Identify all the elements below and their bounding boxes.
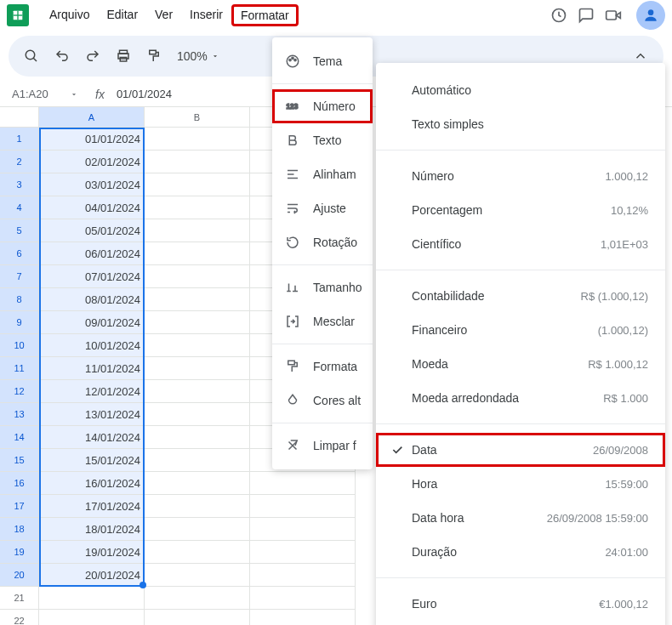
- menu-arquivo[interactable]: Arquivo: [41, 4, 98, 26]
- format-menu-cores-alt[interactable]: Cores alt: [272, 384, 373, 418]
- cell[interactable]: [145, 311, 250, 334]
- cell[interactable]: [145, 472, 250, 495]
- cell[interactable]: [145, 151, 250, 173]
- cell[interactable]: 16/01/2024: [39, 472, 145, 495]
- row-header[interactable]: 1: [0, 128, 39, 151]
- number-format-texto-simples[interactable]: Texto simples: [376, 107, 665, 141]
- cell[interactable]: 10/01/2024: [39, 334, 145, 357]
- format-menu-alinham[interactable]: Alinham: [272, 157, 373, 191]
- cell[interactable]: 15/01/2024: [39, 449, 145, 472]
- format-menu-número[interactable]: 123Número: [272, 89, 373, 123]
- cell[interactable]: [145, 196, 250, 219]
- cell[interactable]: 05/01/2024: [39, 219, 145, 242]
- cell[interactable]: [39, 587, 145, 610]
- cell[interactable]: 07/01/2024: [39, 265, 145, 288]
- cell[interactable]: [145, 128, 250, 151]
- row-header[interactable]: 14: [0, 426, 39, 449]
- paint-format-icon[interactable]: [141, 43, 167, 69]
- cell[interactable]: [250, 495, 356, 518]
- row-header[interactable]: 10: [0, 334, 39, 357]
- number-format-euro[interactable]: Euro€1.000,12: [376, 587, 665, 621]
- cell[interactable]: 11/01/2024: [39, 357, 145, 380]
- row-header[interactable]: 15: [0, 449, 39, 472]
- cell[interactable]: 01/01/2024: [39, 128, 145, 151]
- row-header[interactable]: 4: [0, 196, 39, 219]
- cell[interactable]: 12/01/2024: [39, 380, 145, 403]
- row-header[interactable]: 22: [0, 610, 39, 625]
- number-format-científico[interactable]: Científico1,01E+03: [376, 227, 665, 261]
- format-menu-mesclar[interactable]: Mesclar: [272, 304, 373, 338]
- cell[interactable]: [145, 288, 250, 311]
- print-icon[interactable]: [111, 43, 136, 69]
- avatar[interactable]: [636, 1, 665, 30]
- formula-input[interactable]: 01/01/2024: [117, 88, 172, 100]
- redo-icon[interactable]: [80, 43, 105, 69]
- row-header[interactable]: 20: [0, 564, 39, 587]
- row-header[interactable]: 5: [0, 219, 39, 242]
- row-header[interactable]: 3: [0, 173, 39, 196]
- column-header-a[interactable]: A: [39, 107, 145, 128]
- cell[interactable]: 17/01/2024: [39, 495, 145, 518]
- row-header[interactable]: 21: [0, 587, 39, 610]
- row-header[interactable]: 9: [0, 311, 39, 334]
- number-format-moeda[interactable]: MoedaR$ 1.000,12: [376, 347, 665, 381]
- zoom-select[interactable]: 100%: [172, 49, 225, 63]
- cell[interactable]: 06/01/2024: [39, 242, 145, 265]
- cell[interactable]: 13/01/2024: [39, 403, 145, 426]
- format-menu-tema[interactable]: Tema: [272, 44, 373, 78]
- menu-inserir[interactable]: Inserir: [181, 4, 231, 26]
- cell[interactable]: [250, 541, 356, 564]
- cell[interactable]: [145, 564, 250, 587]
- undo-icon[interactable]: [49, 43, 75, 69]
- cell[interactable]: [145, 518, 250, 541]
- format-menu-texto[interactable]: Texto: [272, 123, 373, 157]
- number-format-data[interactable]: Data26/09/2008: [376, 433, 665, 467]
- cell[interactable]: [250, 564, 356, 587]
- format-menu-tamanho[interactable]: Tamanho: [272, 270, 373, 304]
- cell[interactable]: 18/01/2024: [39, 518, 145, 541]
- number-format-contabilidade[interactable]: ContabilidadeR$ (1.000,12): [376, 279, 665, 313]
- cell[interactable]: 08/01/2024: [39, 288, 145, 311]
- cell[interactable]: 04/01/2024: [39, 196, 145, 219]
- cell[interactable]: [250, 610, 356, 625]
- row-header[interactable]: 13: [0, 403, 39, 426]
- number-format-financeiro[interactable]: Financeiro(1.000,12): [376, 313, 665, 347]
- row-header[interactable]: 7: [0, 265, 39, 288]
- cell[interactable]: [145, 541, 250, 564]
- cell[interactable]: [145, 242, 250, 265]
- number-format-hora[interactable]: Hora15:59:00: [376, 467, 665, 501]
- cell[interactable]: [145, 219, 250, 242]
- row-header[interactable]: 17: [0, 495, 39, 518]
- format-menu-limpar-f[interactable]: Limpar f: [272, 429, 373, 463]
- cell[interactable]: [145, 334, 250, 357]
- row-header[interactable]: 2: [0, 151, 39, 173]
- column-header-b[interactable]: B: [145, 107, 250, 128]
- meet-icon[interactable]: [601, 3, 626, 28]
- format-menu-formata[interactable]: Formata: [272, 349, 373, 384]
- cell[interactable]: [145, 403, 250, 426]
- number-format-automático[interactable]: Automático: [376, 73, 665, 107]
- number-format-número[interactable]: Número1.000,12: [376, 159, 665, 193]
- cell[interactable]: [250, 472, 356, 495]
- history-icon[interactable]: [546, 3, 572, 28]
- row-header[interactable]: 18: [0, 518, 39, 541]
- cell[interactable]: 09/01/2024: [39, 311, 145, 334]
- cell[interactable]: 03/01/2024: [39, 173, 145, 196]
- cell[interactable]: [145, 426, 250, 449]
- number-format-moeda-arredondada[interactable]: Moeda arredondadaR$ 1.000: [376, 381, 665, 415]
- number-format-porcentagem[interactable]: Porcentagem10,12%: [376, 193, 665, 227]
- cell[interactable]: [145, 357, 250, 380]
- row-header[interactable]: 16: [0, 472, 39, 495]
- cell[interactable]: [145, 587, 250, 610]
- cell[interactable]: 14/01/2024: [39, 426, 145, 449]
- number-format-duração[interactable]: Duração24:01:00: [376, 535, 665, 569]
- cell[interactable]: 19/01/2024: [39, 541, 145, 564]
- comment-icon[interactable]: [573, 3, 599, 28]
- menu-formatar[interactable]: Formatar: [231, 4, 299, 26]
- menu-ver[interactable]: Ver: [146, 4, 181, 26]
- row-header[interactable]: 8: [0, 288, 39, 311]
- row-header[interactable]: 19: [0, 541, 39, 564]
- cell[interactable]: [250, 587, 356, 610]
- search-icon[interactable]: [19, 43, 44, 69]
- cell[interactable]: [39, 610, 145, 625]
